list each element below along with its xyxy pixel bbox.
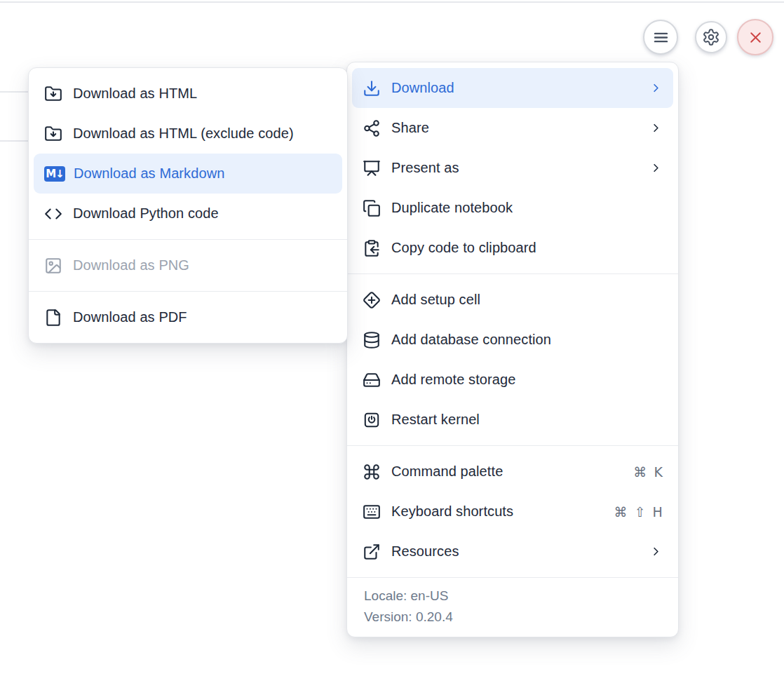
command-icon <box>363 463 381 481</box>
share-icon <box>363 119 381 137</box>
menu-item-download-python-code[interactable]: Download Python code <box>34 194 342 234</box>
shortcut-key: ⇧ <box>635 504 646 520</box>
notebook-actions-button[interactable] <box>643 20 678 55</box>
presentation-icon <box>363 159 381 177</box>
menu-item-label: Download as HTML (exclude code) <box>73 126 332 142</box>
menu-footer: Locale: en-US Version: 0.20.4 <box>347 577 678 637</box>
menu-item-download-as-png: Download as PNG <box>34 245 342 285</box>
chevron-right-icon <box>649 121 663 135</box>
download-icon <box>363 79 381 97</box>
notebook-page: { "toolbar": { "buttons": [ { "name": "n… <box>0 0 784 690</box>
diamond-plus-icon <box>363 291 381 309</box>
menu-item-download-as-pdf[interactable]: Download as PDF <box>34 297 342 337</box>
menu-section: Add setup cellAdd database connectionAdd… <box>347 273 678 445</box>
locale-text: Locale: en-US <box>364 586 661 607</box>
download-submenu-sections: Download as HTMLDownload as HTML (exclud… <box>29 68 347 343</box>
background-cell-border <box>0 140 28 142</box>
menu-section: Command palette⌘KKeyboard shortcuts⌘⇧HRe… <box>347 445 678 577</box>
menu-item-label: Add database connection <box>391 332 663 348</box>
close-icon <box>747 29 764 46</box>
menu-item-label: Download as Markdown <box>74 165 332 182</box>
settings-button[interactable] <box>695 21 727 53</box>
menu-section: Download as PNG <box>29 239 347 291</box>
shortcut-key: H <box>653 504 663 520</box>
code-icon <box>44 205 62 223</box>
menu-section: Download as PDF <box>29 291 347 343</box>
shutdown-button[interactable] <box>737 19 773 55</box>
menu-item-label: Download Python code <box>73 205 332 222</box>
folder-down-icon <box>44 85 62 103</box>
background-cell-border <box>0 91 28 93</box>
hard-drive-icon <box>363 371 381 389</box>
file-icon <box>44 309 62 327</box>
clipboard-copy-icon <box>363 239 381 257</box>
menu-item-label: Keyboard shortcuts <box>391 503 614 520</box>
menu-item-keyboard-shortcuts[interactable]: Keyboard shortcuts⌘⇧H <box>352 492 673 532</box>
shortcut-key: ⌘ <box>614 504 627 520</box>
menu-item-copy-code-to-clipboard[interactable]: Copy code to clipboard <box>352 228 673 268</box>
menu-item-label: Add remote storage <box>391 372 663 388</box>
menu-item-share[interactable]: Share <box>352 108 673 148</box>
menu-section: DownloadSharePresent asDuplicate noteboo… <box>347 62 678 273</box>
menu-item-add-setup-cell[interactable]: Add setup cell <box>352 280 673 320</box>
notebook-menu-sections: DownloadSharePresent asDuplicate noteboo… <box>347 62 678 577</box>
menu-section: Download as HTMLDownload as HTML (exclud… <box>29 68 347 239</box>
menu-item-label: Download as PNG <box>73 257 332 273</box>
menu-item-label: Add setup cell <box>391 292 663 308</box>
download-submenu: Download as HTMLDownload as HTML (exclud… <box>28 67 348 344</box>
shortcut-hint: ⌘K <box>633 464 663 480</box>
version-text: Version: 0.20.4 <box>364 607 661 628</box>
hamburger-icon <box>651 28 670 47</box>
menu-item-resources[interactable]: Resources <box>352 532 673 571</box>
menu-item-command-palette[interactable]: Command palette⌘K <box>352 452 673 492</box>
menu-item-download-as-html[interactable]: Download as HTML <box>34 74 342 114</box>
menu-item-download-as-html-exclude-code[interactable]: Download as HTML (exclude code) <box>34 114 342 154</box>
menu-item-label: Download <box>391 80 649 96</box>
menu-item-label: Download as PDF <box>73 309 332 325</box>
chevron-right-icon <box>649 545 663 558</box>
menu-item-restart-kernel[interactable]: Restart kernel <box>352 400 673 440</box>
folder-down-icon <box>44 125 62 143</box>
shortcut-hint: ⌘⇧H <box>614 504 663 520</box>
page-top-border <box>0 1 784 3</box>
menu-item-download-as-markdown[interactable]: M↓Download as Markdown <box>34 154 342 194</box>
power-square-icon <box>363 411 381 429</box>
menu-item-label: Copy code to clipboard <box>391 240 663 256</box>
menu-item-label: Command palette <box>391 464 633 480</box>
menu-item-label: Download as HTML <box>73 86 332 102</box>
menu-item-label: Duplicate notebook <box>391 200 663 216</box>
chevron-right-icon <box>649 81 663 95</box>
menu-item-add-database-connection[interactable]: Add database connection <box>352 320 673 360</box>
keyboard-icon <box>363 503 381 521</box>
menu-item-label: Present as <box>391 160 649 176</box>
duplicate-icon <box>363 199 381 217</box>
gear-icon <box>702 28 720 46</box>
menu-item-duplicate-notebook[interactable]: Duplicate notebook <box>352 188 673 228</box>
database-icon <box>363 331 381 349</box>
shortcut-key: K <box>654 464 663 480</box>
external-link-icon <box>363 543 381 561</box>
menu-item-add-remote-storage[interactable]: Add remote storage <box>352 360 673 400</box>
markdown-icon: M↓ <box>44 165 65 183</box>
image-icon <box>44 257 62 275</box>
menu-item-label: Restart kernel <box>391 412 663 428</box>
menu-item-present-as[interactable]: Present as <box>352 148 673 188</box>
chevron-right-icon <box>649 161 663 175</box>
menu-item-download[interactable]: Download <box>352 68 673 108</box>
notebook-menu: DownloadSharePresent asDuplicate noteboo… <box>346 62 679 637</box>
shortcut-key: ⌘ <box>633 464 647 480</box>
menu-item-label: Share <box>391 120 649 136</box>
menu-item-label: Resources <box>391 543 649 560</box>
